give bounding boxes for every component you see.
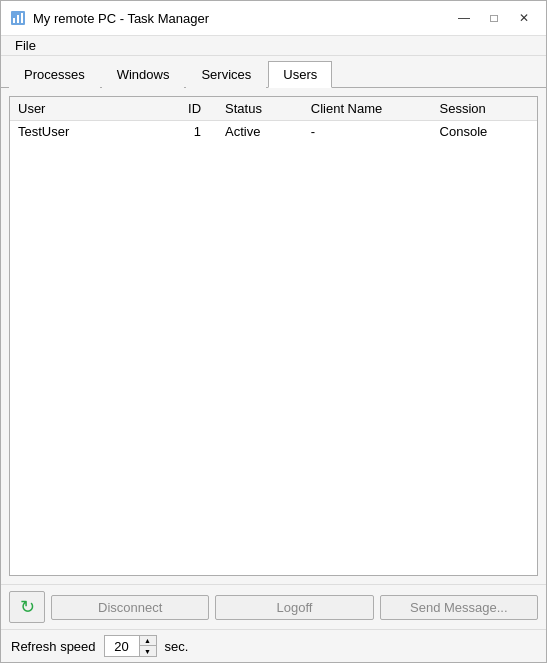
svg-rect-2 <box>17 15 19 23</box>
svg-rect-3 <box>21 13 23 23</box>
col-header-id: ID <box>162 97 209 121</box>
col-header-status: Status <box>209 97 303 121</box>
refresh-speed-label: Refresh speed <box>11 639 96 654</box>
spinner-up-button[interactable]: ▲ <box>140 636 156 646</box>
cell-client: - <box>303 121 432 143</box>
col-header-session: Session <box>432 97 537 121</box>
title-bar: My remote PC - Task Manager — □ ✕ <box>1 1 546 36</box>
refresh-icon: ↻ <box>20 596 35 618</box>
svg-rect-1 <box>13 18 15 23</box>
tab-windows[interactable]: Windows <box>102 61 185 88</box>
close-button[interactable]: ✕ <box>510 7 538 29</box>
cell-user: TestUser <box>10 121 162 143</box>
menu-bar: File <box>1 36 546 56</box>
users-table-container: User ID Status Client Name Session TestU… <box>9 96 538 576</box>
spinner-buttons: ▲ ▼ <box>139 636 156 656</box>
minimize-button[interactable]: — <box>450 7 478 29</box>
status-bar: Refresh speed ▲ ▼ sec. <box>1 629 546 662</box>
col-header-user: User <box>10 97 162 121</box>
cell-status: Active <box>209 121 303 143</box>
disconnect-button[interactable]: Disconnect <box>51 595 209 620</box>
tab-services[interactable]: Services <box>186 61 266 88</box>
tab-bar: Processes Windows Services Users <box>1 56 546 88</box>
title-controls: — □ ✕ <box>450 7 538 29</box>
tab-users[interactable]: Users <box>268 61 332 88</box>
refresh-speed-input[interactable] <box>105 638 139 655</box>
logoff-button[interactable]: Logoff <box>215 595 373 620</box>
maximize-button[interactable]: □ <box>480 7 508 29</box>
window-title: My remote PC - Task Manager <box>33 11 450 26</box>
tab-processes[interactable]: Processes <box>9 61 100 88</box>
table-row[interactable]: TestUser 1 Active - Console <box>10 121 537 143</box>
spinner-down-button[interactable]: ▼ <box>140 646 156 656</box>
users-table: User ID Status Client Name Session TestU… <box>10 97 537 142</box>
cell-id: 1 <box>162 121 209 143</box>
main-content: User ID Status Client Name Session TestU… <box>1 88 546 584</box>
cell-session: Console <box>432 121 537 143</box>
action-bar: ↻ Disconnect Logoff Send Message... <box>1 584 546 629</box>
table-header-row: User ID Status Client Name Session <box>10 97 537 121</box>
main-window: My remote PC - Task Manager — □ ✕ File P… <box>0 0 547 663</box>
refresh-button[interactable]: ↻ <box>9 591 45 623</box>
refresh-speed-control: ▲ ▼ <box>104 635 157 657</box>
app-icon <box>9 9 27 27</box>
menu-file[interactable]: File <box>9 36 42 55</box>
refresh-speed-unit: sec. <box>165 639 189 654</box>
send-message-button[interactable]: Send Message... <box>380 595 538 620</box>
col-header-client: Client Name <box>303 97 432 121</box>
